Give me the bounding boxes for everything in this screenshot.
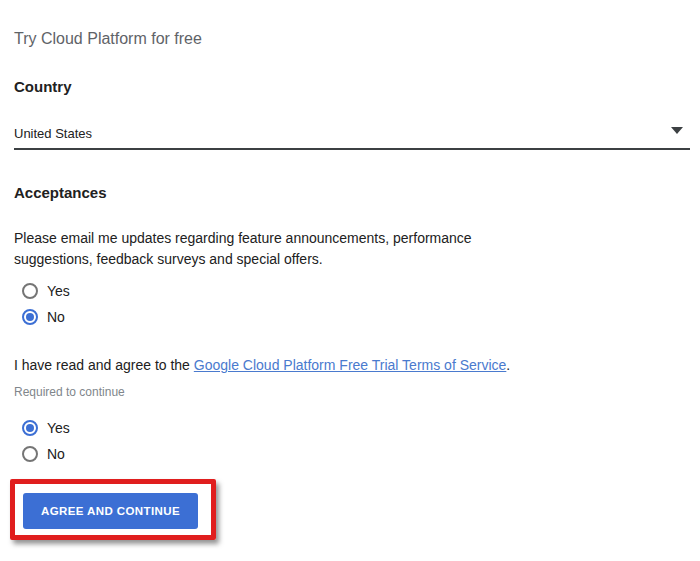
terms-prefix: I have read and agree to the (14, 357, 194, 373)
free-trial-form: Try Cloud Platform for free Country Unit… (0, 0, 700, 540)
country-select[interactable]: United States (14, 124, 690, 150)
chevron-down-icon (671, 127, 683, 134)
country-selected-value: United States (14, 126, 92, 141)
terms-radio-group: Yes No (14, 415, 690, 467)
terms-agreement-text: I have read and agree to the Google Clou… (14, 355, 536, 376)
terms-suffix: . (506, 357, 510, 373)
required-note: Required to continue (14, 386, 690, 399)
email-updates-radio-group: Yes No (14, 278, 690, 330)
page-title: Try Cloud Platform for free (14, 30, 690, 47)
terms-of-service-link[interactable]: Google Cloud Platform Free Trial Terms o… (194, 357, 507, 373)
acceptances-label: Acceptances (14, 185, 690, 200)
email-updates-radio-yes[interactable]: Yes (14, 278, 690, 304)
email-updates-question: Please email me updates regarding featur… (14, 228, 536, 270)
terms-radio-yes[interactable]: Yes (14, 415, 690, 441)
radio-unselected-icon (22, 446, 38, 462)
red-highlight-annotation: AGREE AND CONTINUE (10, 479, 216, 540)
radio-label: Yes (47, 283, 70, 299)
country-label: Country (14, 79, 690, 94)
agree-and-continue-button[interactable]: AGREE AND CONTINUE (23, 493, 198, 529)
terms-radio-no[interactable]: No (14, 441, 690, 467)
radio-selected-icon (22, 420, 38, 436)
email-updates-radio-no[interactable]: No (14, 304, 690, 330)
radio-label: No (47, 309, 65, 325)
radio-unselected-icon (22, 283, 38, 299)
radio-label: No (47, 446, 65, 462)
radio-selected-icon (22, 309, 38, 325)
radio-label: Yes (47, 420, 70, 436)
